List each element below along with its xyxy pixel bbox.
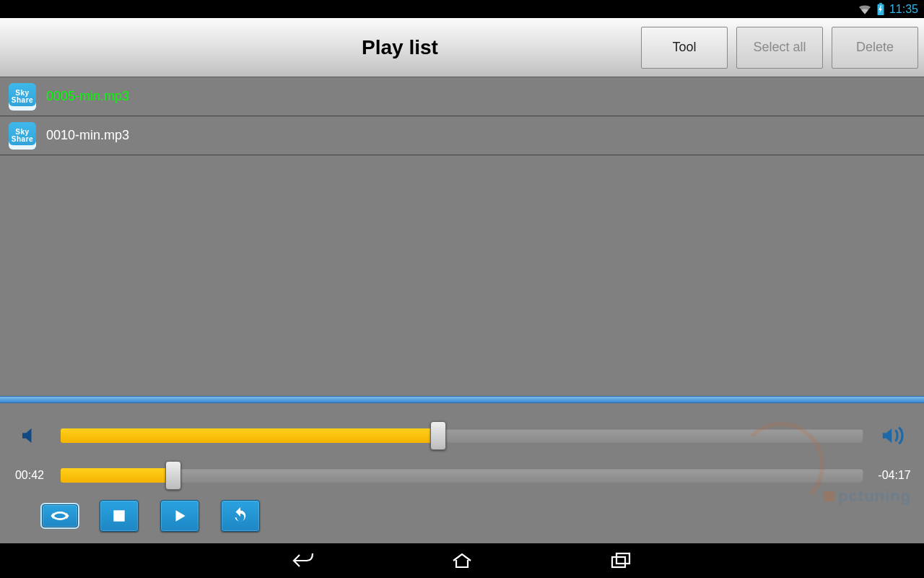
playback-buttons bbox=[0, 494, 924, 538]
elapsed-time: 00:42 bbox=[10, 469, 49, 482]
skyshare-icon: Sky Share bbox=[9, 83, 36, 111]
skyshare-icon: Sky Share bbox=[9, 122, 36, 150]
wifi-icon bbox=[858, 4, 872, 15]
select-all-button[interactable]: Select all bbox=[736, 27, 823, 69]
header-buttons: Tool Select all Delete bbox=[641, 27, 924, 69]
remaining-time: -04:17 bbox=[875, 469, 914, 482]
progress-row: 00:42 -04:17 bbox=[0, 465, 924, 486]
svg-rect-1 bbox=[879, 3, 882, 4]
list-item[interactable]: Sky Share 0010-min.mp3 bbox=[0, 116, 924, 155]
app-header: Play list Tool Select all Delete bbox=[0, 18, 924, 77]
progress-slider[interactable] bbox=[61, 465, 863, 486]
home-button[interactable] bbox=[448, 549, 476, 572]
volume-row bbox=[0, 425, 924, 447]
nav-bar bbox=[0, 543, 924, 578]
list-item[interactable]: Sky Share 0005-min.mp3 bbox=[0, 77, 924, 116]
track-name: 0010-min.mp3 bbox=[46, 128, 129, 143]
page-title: Play list bbox=[362, 36, 438, 59]
playlist-area: Sky Share 0005-min.mp3 Sky Share 0010-mi… bbox=[0, 77, 924, 396]
play-button[interactable] bbox=[160, 500, 199, 532]
controls-panel: 00:42 -04:17 pctuning bbox=[0, 403, 924, 543]
status-time: 11:35 bbox=[889, 3, 918, 16]
battery-charging-icon bbox=[876, 3, 885, 16]
repeat-button[interactable] bbox=[42, 504, 78, 527]
volume-slider[interactable] bbox=[61, 426, 863, 446]
track-name: 0005-min.mp3 bbox=[46, 89, 129, 104]
svg-rect-3 bbox=[612, 557, 625, 567]
svg-rect-4 bbox=[616, 553, 629, 564]
back-button[interactable] bbox=[289, 549, 318, 572]
stop-button[interactable] bbox=[100, 500, 139, 532]
recent-apps-button[interactable] bbox=[606, 549, 635, 572]
volume-low-icon bbox=[10, 425, 49, 447]
svg-rect-2 bbox=[113, 510, 124, 521]
panel-divider bbox=[0, 396, 924, 403]
replay-button[interactable] bbox=[221, 500, 260, 532]
volume-high-icon bbox=[875, 425, 914, 447]
delete-button[interactable]: Delete bbox=[832, 27, 918, 69]
status-bar: 11:35 bbox=[0, 0, 924, 18]
tool-button[interactable]: Tool bbox=[641, 27, 728, 69]
